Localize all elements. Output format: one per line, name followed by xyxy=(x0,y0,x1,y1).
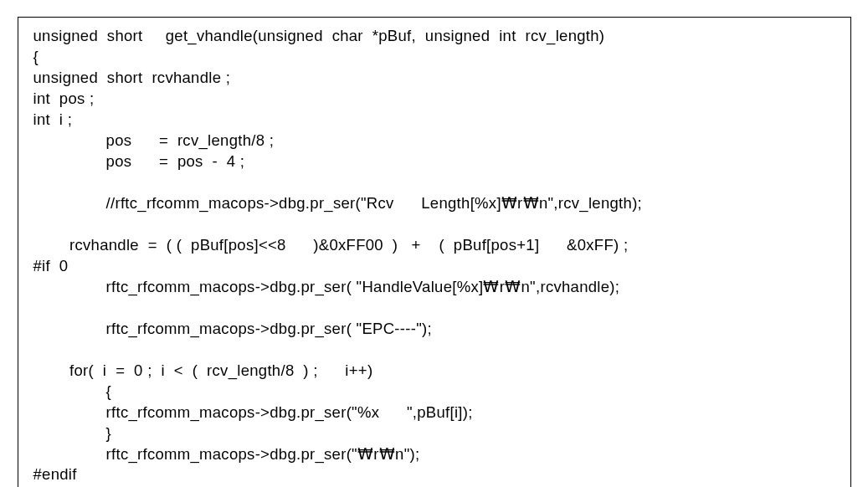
code-line: { xyxy=(33,47,835,68)
code-blank-line xyxy=(33,214,835,235)
code-line: int i ; xyxy=(33,110,835,131)
code-line: rftc_rfcomm_macops->dbg.pr_ser( "HandleV… xyxy=(33,277,835,298)
code-line: int pos ; xyxy=(33,89,835,110)
code-line: } xyxy=(33,423,835,444)
code-line: for( i = 0 ; i < ( rcv_length/8 ) ; i++) xyxy=(33,361,835,382)
code-blank-line xyxy=(33,298,835,319)
code-line: pos = pos - 4 ; xyxy=(33,151,835,172)
code-line: unsigned short rcvhandle ; xyxy=(33,68,835,89)
code-line: rftc_rfcomm_macops->dbg.pr_ser("₩r₩n"); xyxy=(33,444,835,465)
code-line: rcvhandle = ( ( pBuf[pos]<<8 )&0xFF00 ) … xyxy=(33,235,835,256)
code-line: rftc_rfcomm_macops->dbg.pr_ser("%x ",pBu… xyxy=(33,402,835,423)
code-line: rftc_rfcomm_macops->dbg.pr_ser( "EPC----… xyxy=(33,319,835,340)
code-blank-line xyxy=(33,172,835,193)
code-line: { xyxy=(33,382,835,402)
code-line: #if 0 xyxy=(33,256,835,277)
code-block-container: unsigned short get_vhandle(unsigned char… xyxy=(18,17,851,487)
code-lines-wrapper: unsigned short get_vhandle(unsigned char… xyxy=(33,26,835,487)
code-blank-line xyxy=(33,340,835,361)
code-line: //rftc_rfcomm_macops->dbg.pr_ser("Rcv Le… xyxy=(33,193,835,214)
code-line: #endif xyxy=(33,464,835,485)
code-line: pos = rcv_length/8 ; xyxy=(33,131,835,151)
code-line: unsigned short get_vhandle(unsigned char… xyxy=(33,26,835,47)
